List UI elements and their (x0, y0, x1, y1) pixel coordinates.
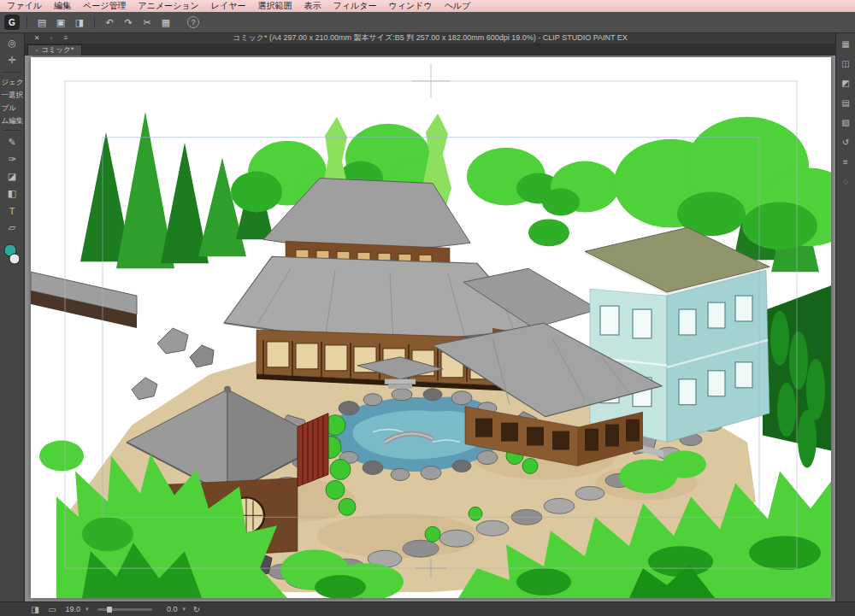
close-doc-icon[interactable]: ✕ (32, 34, 41, 42)
dock-divider (3, 130, 21, 131)
toolbar-separator (27, 16, 27, 28)
zoom-value: 19.0 (63, 605, 80, 613)
brush-tool-icon[interactable]: ✑ (3, 152, 21, 167)
zoom-caret-icon[interactable]: ▾ (86, 606, 89, 613)
color-swatches[interactable] (3, 243, 21, 267)
pen-tool-icon[interactable]: ✎ (3, 135, 21, 150)
menu-selection[interactable]: 選択範囲 (258, 0, 292, 12)
rotation-value: 0.0 (161, 605, 178, 613)
menu-layer[interactable]: レイヤー (211, 0, 246, 12)
open-icon[interactable]: ▣ (53, 15, 68, 30)
sub-view-icon[interactable]: ▤ (839, 97, 852, 109)
menu-window[interactable]: ウィンドウ (388, 0, 432, 12)
text-tool-icon[interactable]: T (3, 203, 21, 218)
toolbar-separator (94, 16, 95, 28)
palette-tab-frame-edit[interactable]: ム編集 (1, 115, 24, 126)
history-icon[interactable]: ↺ (839, 136, 852, 149)
search-icon[interactable]: ◌ (839, 175, 852, 188)
document-tab-bar: ▪ コミック* (24, 44, 836, 56)
palette-tab-table[interactable]: ブル (1, 103, 24, 113)
sub-color-swatch[interactable] (9, 254, 20, 264)
redo-icon[interactable]: ↷ (121, 15, 136, 30)
save-icon[interactable]: ◨ (72, 15, 87, 30)
zoom-tool-icon[interactable]: ◎ (3, 36, 21, 50)
grid-icon[interactable]: ▦ (158, 15, 174, 30)
menu-bar: ファイル 編集 ページ管理 アニメーション レイヤー 選択範囲 表示 フィルター… (0, 0, 855, 12)
move-tool-icon[interactable]: ✛ (3, 53, 21, 67)
right-dock: ▦ ◫ ◩ ▤ ▧ ↺ ≡ ◌ (835, 32, 855, 602)
main-toolbar: G ▤ ▣ ◨ ↶ ↷ ✂ ▦ ? (0, 12, 855, 33)
document-title: コミック* (A4 297.00 x 210.00mm 製本サイズ:B5 判 2… (233, 32, 628, 44)
doc-menu-icon[interactable]: ≡ (62, 34, 70, 42)
selection-tool-icon[interactable]: ▱ (3, 220, 21, 235)
document-area: ✕ ▫ ≡ コミック* (A4 297.00 x 210.00mm 製本サイズ:… (24, 32, 836, 602)
canvas-viewport[interactable] (24, 56, 836, 602)
menu-view[interactable]: 表示 (304, 0, 321, 12)
menu-file[interactable]: ファイル (7, 0, 42, 12)
palette-tab-object[interactable]: ジェクト (1, 77, 24, 87)
canvas-3d-scene (31, 57, 831, 598)
left-dock: ◎ ✛ ジェクト 一選択 ブル ム編集 ✎ ✑ ◪ ◧ T ▱ (0, 32, 25, 602)
layer-property-icon[interactable]: ▧ (839, 116, 852, 129)
cut-icon[interactable]: ✂ (139, 15, 155, 30)
reset-rotation-icon[interactable]: ↻ (191, 605, 203, 614)
tab-comic[interactable]: ▪ コミック* (27, 44, 82, 56)
tab-label: コミック* (41, 45, 74, 56)
fill-tool-icon[interactable]: ◧ (3, 186, 21, 201)
canvas-page[interactable] (31, 57, 831, 598)
actual-size-icon[interactable]: ▭ (46, 605, 58, 614)
zoom-slider-thumb[interactable] (107, 607, 112, 613)
eraser-tool-icon[interactable]: ◪ (3, 169, 21, 184)
minimize-doc-icon[interactable]: ▫ (47, 34, 56, 42)
dock-divider (3, 72, 21, 73)
rotation-caret-icon[interactable]: ▾ (183, 606, 186, 613)
menu-filter[interactable]: フィルター (333, 0, 377, 12)
menu-help[interactable]: ヘルプ (445, 0, 471, 12)
clip-studio-logo[interactable]: G (4, 15, 20, 30)
undo-icon[interactable]: ↶ (102, 15, 117, 30)
menu-edit[interactable]: 編集 (54, 0, 71, 12)
new-icon[interactable]: ▤ (34, 15, 50, 30)
layer-icon[interactable]: ≡ (839, 155, 852, 168)
quick-access-icon[interactable]: ▦ (839, 38, 852, 50)
fit-screen-icon[interactable]: ◨ (29, 605, 41, 614)
menu-animation[interactable]: アニメーション (138, 0, 198, 12)
help-icon[interactable]: ? (187, 16, 199, 28)
material-icon[interactable]: ◫ (839, 57, 852, 70)
tab-icon: ▪ (36, 48, 38, 53)
document-window-controls: ✕ ▫ ≡ (32, 34, 70, 42)
navigator-icon[interactable]: ◩ (839, 77, 852, 90)
left-wall-roof (31, 272, 137, 328)
status-bar: ◨ ▭ 19.0 ▾ 0.0 ▾ ↻ (0, 601, 855, 616)
zoom-slider[interactable] (97, 608, 152, 611)
document-title-bar: ✕ ▫ ≡ コミック* (A4 297.00 x 210.00mm 製本サイズ:… (24, 32, 836, 44)
palette-tab-layer-select[interactable]: 一選択 (1, 90, 24, 100)
menu-page-manage[interactable]: ページ管理 (83, 0, 126, 12)
